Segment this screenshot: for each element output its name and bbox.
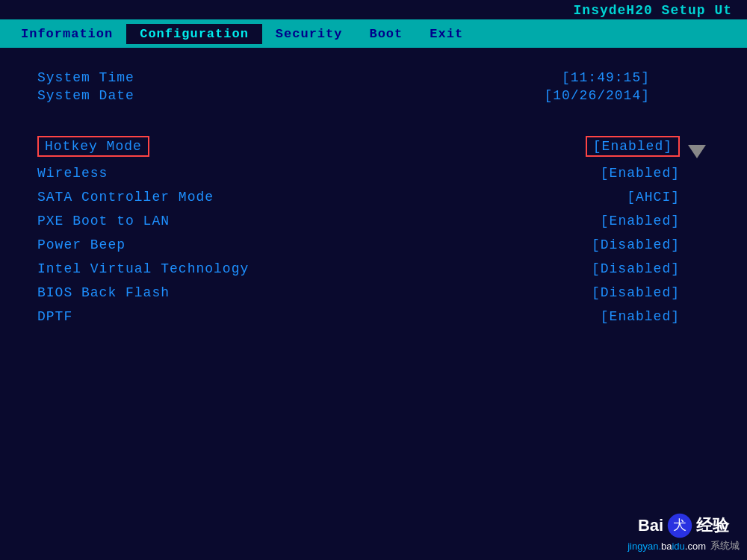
setting-value-4: [Disabled] — [592, 237, 680, 252]
setting-value-6: [Disabled] — [592, 285, 680, 300]
settings-row-0[interactable]: Hotkey Mode[Enabled] — [37, 131, 710, 161]
setting-label-5: Intel Virtual Technology — [37, 261, 249, 276]
menu-bar: InformationConfigurationSecurityBootExit — [0, 19, 747, 48]
baidu-icon: 犬 — [666, 512, 693, 539]
menu-item-exit[interactable]: Exit — [416, 24, 477, 44]
settings-table: Hotkey Mode[Enabled]Wireless[Enabled]SAT… — [37, 131, 710, 329]
system-info: System Time System Date [11:49:15] [10/2… — [37, 70, 710, 103]
system-date-label: System Date — [37, 88, 134, 103]
watermark: Bai 犬 经验 jingyan.baidu.com 系统城 — [627, 512, 740, 553]
setting-label-7: DPTF — [37, 309, 72, 324]
system-time-label: System Time — [37, 70, 134, 85]
baidu-logo: Bai 犬 经验 — [638, 512, 729, 539]
bios-screen: InsydeH20 Setup Ut InformationConfigurat… — [0, 0, 747, 560]
setting-value-2: [AHCI] — [627, 190, 680, 205]
settings-row-2[interactable]: SATA Controller Mode[AHCI] — [37, 185, 710, 209]
settings-row-7[interactable]: DPTF[Enabled] — [37, 305, 710, 329]
baidu-text: Bai — [638, 516, 663, 535]
settings-row-6[interactable]: BIOS Back Flash[Disabled] — [37, 281, 710, 305]
setting-label-4: Power Beep — [37, 237, 125, 252]
settings-row-5[interactable]: Intel Virtual Technology[Disabled] — [37, 257, 710, 281]
menu-item-security[interactable]: Security — [262, 24, 356, 44]
system-time-value: [11:49:15] — [562, 70, 650, 85]
system-labels: System Time System Date — [37, 70, 134, 103]
menu-item-configuration[interactable]: Configuration — [126, 24, 262, 44]
settings-row-4[interactable]: Power Beep[Disabled] — [37, 233, 710, 257]
setting-value-7: [Enabled] — [601, 309, 680, 324]
setting-label-1: Wireless — [37, 166, 108, 181]
setting-label-6: BIOS Back Flash — [37, 285, 170, 300]
baidu-url: jingyan.baidu.com 系统城 — [627, 539, 740, 553]
brand-bar: InsydeH20 Setup Ut — [0, 0, 747, 19]
menu-item-boot[interactable]: Boot — [356, 24, 416, 44]
setting-value-5: [Disabled] — [592, 261, 680, 276]
brand-title: InsydeH20 Setup Ut — [574, 3, 732, 18]
setting-label-3: PXE Boot to LAN — [37, 214, 170, 228]
content-area: System Time System Date [11:49:15] [10/2… — [0, 48, 747, 560]
settings-row-3[interactable]: PXE Boot to LAN[Enabled] — [37, 209, 710, 233]
menu-item-information[interactable]: Information — [7, 24, 126, 44]
system-values: [11:49:15] [10/26/2014] — [544, 70, 680, 103]
setting-value-1: [Enabled] — [601, 166, 680, 181]
setting-value-3: [Enabled] — [601, 214, 680, 228]
svg-text:犬: 犬 — [673, 517, 686, 532]
setting-value-0: [Enabled] — [586, 136, 680, 157]
scroll-down-icon — [688, 145, 706, 158]
setting-label-0: Hotkey Mode — [37, 136, 149, 157]
baidu-text2: 经验 — [696, 514, 729, 537]
settings-row-1[interactable]: Wireless[Enabled] — [37, 161, 710, 185]
setting-label-2: SATA Controller Mode — [37, 190, 214, 205]
system-date-value: [10/26/2014] — [544, 88, 650, 103]
